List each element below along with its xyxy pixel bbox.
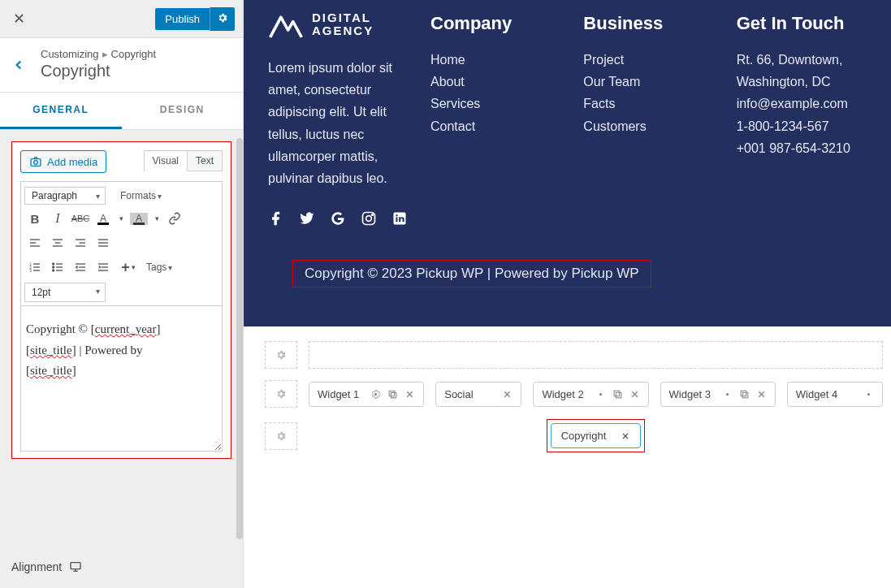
desktop-icon[interactable] xyxy=(68,560,83,573)
copyright-editor[interactable]: Copyright © [current_year] [site_title] … xyxy=(20,305,223,452)
svg-point-36 xyxy=(366,216,372,222)
align-left-button[interactable] xyxy=(24,232,45,253)
svg-rect-50 xyxy=(614,391,620,396)
svg-point-22 xyxy=(53,266,54,268)
align-right-button[interactable] xyxy=(70,232,91,253)
tags-dropdown[interactable]: Tags xyxy=(143,262,175,273)
bold-button[interactable]: B xyxy=(24,208,45,229)
facebook-icon[interactable] xyxy=(268,210,284,227)
svg-point-1 xyxy=(34,161,38,165)
editor-tab-text[interactable]: Text xyxy=(188,150,223,171)
linkedin-icon[interactable] xyxy=(391,210,408,227)
align-center-button[interactable] xyxy=(47,232,68,253)
svg-point-58 xyxy=(867,393,870,396)
add-media-button[interactable]: Add media xyxy=(20,150,106,173)
svg-text:3: 3 xyxy=(29,269,32,273)
link-button[interactable] xyxy=(164,208,185,229)
row-settings-button[interactable] xyxy=(265,422,297,450)
formats-dropdown[interactable]: Formats xyxy=(117,190,165,201)
duplicate-icon[interactable] xyxy=(612,389,623,400)
back-button[interactable] xyxy=(6,53,31,77)
resize-handle[interactable]: ⋰ xyxy=(212,435,220,449)
gear-icon[interactable] xyxy=(863,389,874,400)
footer-col-brand: DIGITALAGENCY Lorem ipsum dolor sit amet… xyxy=(268,8,408,227)
site-footer: DIGITALAGENCY Lorem ipsum dolor sit amet… xyxy=(244,0,891,326)
sidebar-scrollbar[interactable] xyxy=(236,138,243,539)
preview-pane: DIGITALAGENCY Lorem ipsum dolor sit amet… xyxy=(244,0,891,588)
svg-point-40 xyxy=(396,214,397,216)
gear-icon[interactable] xyxy=(370,389,381,400)
twitter-icon[interactable] xyxy=(299,210,315,227)
align-justify-button[interactable] xyxy=(93,232,114,253)
logo-icon xyxy=(268,8,304,41)
close-customizer-button[interactable]: ✕ xyxy=(4,4,33,33)
breadcrumb: Customizing▸Copyright xyxy=(41,48,231,60)
widget-box[interactable]: Widget 4 xyxy=(787,382,883,407)
ordered-list-button[interactable]: 123 xyxy=(24,257,45,278)
footer-link[interactable]: Contact xyxy=(430,115,560,137)
publish-button[interactable]: Publish xyxy=(155,8,210,30)
footer-contact-line: +001 987-654-3210 xyxy=(737,137,867,159)
copyright-widget-highlight: Copyright xyxy=(547,419,646,452)
widget-box[interactable]: Social xyxy=(435,382,521,407)
copyright-output-highlight: Copyright © 2023 Pickup WP | Powered by … xyxy=(292,260,651,288)
editor-toolbar: Paragraph Formats B I ABC A ▾ A ▾ xyxy=(20,181,223,305)
footer-col-business: Business Project Our Team Facts Customer… xyxy=(583,8,713,227)
font-size-select[interactable]: 12pt xyxy=(24,283,106,302)
builder-empty-slot[interactable] xyxy=(309,341,883,369)
footer-link[interactable]: Project xyxy=(583,49,713,71)
gear-icon[interactable] xyxy=(595,389,606,400)
text-color-button[interactable]: A xyxy=(93,208,114,229)
gear-icon[interactable] xyxy=(722,389,733,400)
copyright-widget[interactable]: Copyright xyxy=(551,423,642,448)
close-icon[interactable] xyxy=(502,389,513,400)
tab-general[interactable]: GENERAL xyxy=(0,93,122,129)
google-icon[interactable] xyxy=(330,210,346,227)
svg-point-24 xyxy=(53,270,54,271)
widget-box[interactable]: Widget 3 xyxy=(660,382,776,407)
footer-link[interactable]: About xyxy=(430,71,560,93)
footer-about-text: Lorem ipsum dolor sit amet, consectetur … xyxy=(268,57,406,189)
close-icon[interactable] xyxy=(629,389,640,400)
svg-rect-55 xyxy=(741,391,746,396)
instagram-icon[interactable] xyxy=(361,210,377,227)
svg-rect-0 xyxy=(31,159,41,166)
editor-tab-visual[interactable]: Visual xyxy=(144,150,188,171)
footer-link[interactable]: Our Team xyxy=(583,71,713,93)
row-settings-button[interactable] xyxy=(265,380,297,408)
widget-box[interactable]: Widget 1 xyxy=(309,382,424,407)
footer-link[interactable]: Services xyxy=(430,93,560,115)
tab-design[interactable]: DESIGN xyxy=(122,93,244,129)
section-title: Copyright xyxy=(41,62,231,80)
editor-highlight: Add media Visual Text Paragraph Formats … xyxy=(11,141,231,459)
footer-link[interactable]: Facts xyxy=(583,93,713,115)
svg-point-41 xyxy=(374,393,377,396)
bg-color-dropdown[interactable]: ▾ xyxy=(151,208,162,229)
svg-rect-49 xyxy=(616,392,621,398)
close-icon[interactable] xyxy=(404,389,415,400)
format-select[interactable]: Paragraph xyxy=(24,187,106,205)
sidebar-topbar: ✕ Publish xyxy=(0,0,243,37)
footer-contact-line: 1-800-1234-567 xyxy=(737,115,867,137)
unordered-list-button[interactable] xyxy=(47,257,68,278)
duplicate-icon[interactable] xyxy=(387,389,398,400)
svg-rect-54 xyxy=(742,392,748,398)
publish-settings-button[interactable] xyxy=(210,7,235,31)
logo-text: DIGITALAGENCY xyxy=(312,11,374,38)
editor-mode-tabs: Visual Text xyxy=(144,150,223,171)
italic-button[interactable]: I xyxy=(47,208,68,229)
text-color-dropdown[interactable]: ▾ xyxy=(115,208,127,229)
row-settings-button[interactable] xyxy=(265,341,297,369)
indent-button[interactable] xyxy=(93,257,114,278)
insert-button[interactable]: +▾ xyxy=(115,257,141,278)
section-tabs: GENERAL DESIGN xyxy=(0,93,243,130)
widget-box[interactable]: Widget 2 xyxy=(533,382,648,407)
footer-link[interactable]: Home xyxy=(430,49,560,71)
close-icon[interactable] xyxy=(621,431,630,441)
footer-link[interactable]: Customers xyxy=(583,115,713,137)
close-icon[interactable] xyxy=(756,389,767,400)
strikethrough-button[interactable]: ABC xyxy=(70,208,91,229)
duplicate-icon[interactable] xyxy=(739,389,750,400)
outdent-button[interactable] xyxy=(70,257,91,278)
bg-color-button[interactable]: A xyxy=(128,208,149,229)
